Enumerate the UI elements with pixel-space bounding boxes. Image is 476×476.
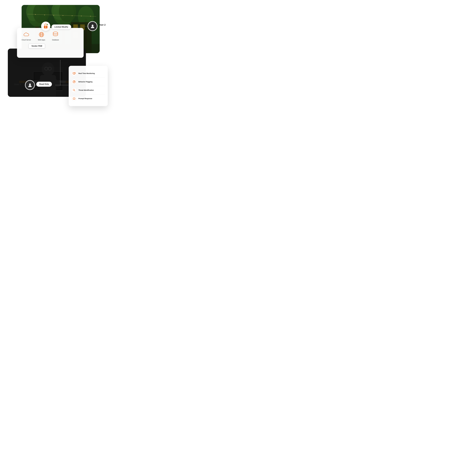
svg-point-14 [53,15,54,16]
database-item: Database [52,31,59,41]
svg-point-38 [53,32,58,34]
svg-point-51 [74,81,75,82]
cloud-server-label: Cloud Server [22,39,31,41]
svg-line-54 [74,90,75,91]
main-scene: Cloud Server Web Apps [8,5,111,114]
svg-line-11 [27,14,96,17]
web-apps-icon [38,31,45,38]
resources-row: Cloud Server Web Apps [22,31,79,41]
svg-point-13 [44,15,45,15]
svg-rect-3 [85,19,87,53]
real-time-monitoring-icon [71,71,77,76]
svg-point-44 [29,84,31,85]
web-apps-item: Web Apps [38,31,45,41]
svg-point-6 [33,5,49,23]
svg-point-15 [63,15,63,16]
svg-point-5 [26,5,40,21]
svg-point-30 [42,62,54,76]
web-apps-label: Web Apps [38,39,45,41]
prompt-response-label: Prompt Response [78,98,92,100]
database-label: Database [52,39,59,41]
database-icon [52,31,59,38]
cloud-server-icon [23,31,30,38]
limited-modify-badge: Limited Modify [51,24,71,30]
vendor-pam-card: Cloud Server Web Apps [17,28,84,58]
dashed-line-badge-to-user2 [76,27,88,27]
svg-rect-41 [46,27,46,28]
threat-identification-item: Threat Identification [71,86,105,94]
dashed-line-user1-to-badge [34,85,37,85]
user1-avatar [26,81,34,89]
cloud-server-item: Cloud Server [22,31,31,41]
read-only-badge: Read Only [36,82,52,87]
vendor-pam-badge: Vendor PAM [29,44,45,49]
dashed-line-vertical [60,60,60,85]
threat-identification-label: Threat Identification [78,89,94,91]
behavior-flagging-item: Behavior Flagging [71,78,105,86]
dashed-line-badge-right [55,85,70,85]
svg-point-17 [81,16,82,16]
svg-point-43 [92,25,93,26]
user2-label: User 2 [99,24,105,26]
behavior-flagging-icon [71,79,77,84]
user1-label: User 1 [14,83,21,86]
prompt-response-icon [71,96,77,101]
svg-point-8 [51,5,68,20]
user2-avatar [88,22,97,31]
lock-icon-circle [41,22,50,31]
prompt-response-item: Prompt Response [71,94,105,103]
svg-point-7 [53,5,74,26]
svg-rect-55 [74,99,74,99]
real-time-monitoring-item: Real Time Monitoring [71,69,105,78]
svg-point-12 [35,14,36,15]
svg-point-9 [59,5,76,22]
features-card: Real Time Monitoring Behavior Flagging [69,66,108,106]
svg-point-16 [72,15,72,16]
real-time-monitoring-label: Real Time Monitoring [78,72,95,74]
behavior-flagging-label: Behavior Flagging [78,81,92,83]
threat-identification-icon [71,88,77,93]
svg-point-18 [90,16,91,17]
